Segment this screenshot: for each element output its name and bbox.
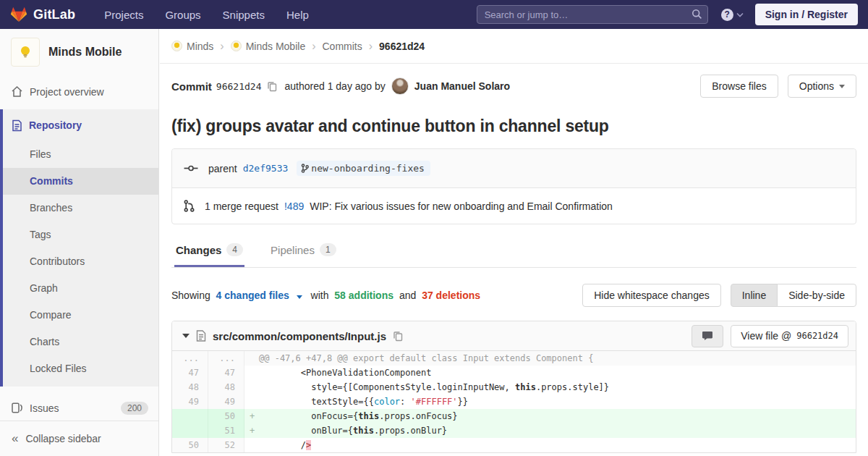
diff-summary-row: Showing 4 changed files with 58 addition… [171,284,856,307]
sign-in-register-button[interactable]: Sign in / Register [755,4,858,25]
code-segment: this [515,382,536,392]
sidebar-item-label: Repository [29,119,82,131]
code-segment: style={[ComponentsStyle.loginInputNew, [259,382,515,392]
diff-old-line-number[interactable]: 48 [172,380,208,394]
code-segment: onBlur={ [259,426,353,436]
sidebar-section-repository: Repository FilesCommitsBranchesTagsContr… [0,109,158,387]
commit-label: Commit [171,80,212,93]
code-segment: this [353,426,374,436]
nav-item-projects[interactable]: Projects [104,9,143,21]
help-menu[interactable]: ? [721,9,744,21]
inline-view-button[interactable]: Inline [731,284,778,307]
copy-file-path-icon[interactable] [393,331,403,342]
browse-files-button[interactable]: Browse files [700,75,778,98]
sidebar-item-files[interactable]: Files [3,141,158,168]
nav-item-help[interactable]: Help [286,9,309,21]
options-label: Options [799,80,834,92]
main-content: Minds›Minds Mobile›Commits›96621d24 Comm… [160,29,868,456]
branch-icon [301,164,309,173]
diff-new-line-number[interactable]: 48 [208,380,244,394]
gitlab-logo[interactable]: GitLab [10,6,75,23]
breadcrumb-item[interactable]: Minds Mobile [231,41,305,52]
repo-subnav: FilesCommitsBranchesTagsContributorsGrap… [3,141,158,382]
sidebar-item-contributors[interactable]: Contributors [3,248,158,275]
collapse-sidebar-label: Collapse sidebar [25,433,101,444]
code-segment: > [306,440,311,450]
collapse-sidebar-button[interactable]: « Collapse sidebar [0,421,158,456]
chevron-down-icon [736,12,744,17]
sidebar-item-graph[interactable]: Graph [3,275,158,302]
diff-row: 4747 <PhoneValidationComponent [172,366,856,380]
diff-new-line-number[interactable]: 50 [208,409,244,423]
mr-title: WIP: Fix various issues for new onboardi… [310,200,613,212]
breadcrumb-item[interactable]: 96621d24 [379,41,425,52]
diff-row: 4949 textStyle={{color: '#FFFFFF'}} [172,394,856,409]
commit-meta-row: Commit 96621d24 authored 1 day ago by Ju… [171,73,856,99]
sidebar-item-compare[interactable]: Compare [3,302,158,329]
diff-old-line-number[interactable]: 50 [172,438,208,452]
diff-code-cell: /> [244,438,856,452]
changed-files-dropdown[interactable]: 4 changed files [216,290,308,301]
code-segment: '#FFFFFF' [411,397,458,407]
issues-icon [11,402,23,414]
diff-row: ......@@ -47,6 +47,8 @@ export default c… [172,351,856,366]
commit-info-box: parent d2ef9533 new-onboarding-fixes 1 m… [171,148,856,224]
diff-old-line-number[interactable]: 47 [172,366,208,380]
project-name: Minds Mobile [48,46,122,59]
showing-text: Showing [171,290,210,301]
repository-icon [12,119,22,132]
diff-new-line-number[interactable]: ... [208,351,244,366]
mr-ref-link[interactable]: !489 [284,200,304,212]
diff-new-line-number[interactable]: 49 [208,394,244,409]
code-segment: .props.onBlur} [374,426,447,436]
tab-changes[interactable]: Changes4 [174,235,244,267]
sidebar-item-branches[interactable]: Branches [3,195,158,221]
copy-sha-icon[interactable] [267,81,277,92]
commit-icon [184,164,198,172]
hide-whitespace-button[interactable]: Hide whitespace changes [582,284,721,307]
sidebar-item-locked-files[interactable]: Locked Files [3,355,158,382]
breadcrumb-item[interactable]: Minds [171,41,213,52]
sidebar-item-charts[interactable]: Charts [3,329,158,355]
diff-new-line-number[interactable]: 47 [208,366,244,380]
sidebar-item-commits[interactable]: Commits [3,168,158,195]
sidebar-item-issues[interactable]: Issues 200 [0,393,158,423]
tab-pipelines[interactable]: Pipelines1 [269,235,338,267]
options-dropdown-button[interactable]: Options [788,75,856,98]
breadcrumb: Minds›Minds Mobile›Commits›96621d24 [160,29,868,64]
diff-old-line-number[interactable]: ... [172,351,208,366]
comment-icon [702,331,713,341]
sidebar-project-link[interactable]: Minds Mobile [0,29,158,77]
diff-code-cell: style={[ComponentsStyle.loginInputNew, t… [244,380,856,394]
gitlab-tanuki-icon [10,6,27,23]
code-segment: @@ -47,6 +47,8 @@ export default class I… [259,353,593,363]
toggle-comments-button[interactable] [692,325,723,347]
diff-old-line-number[interactable] [172,409,208,423]
view-file-button[interactable]: View file @ 96621d24 [731,325,848,347]
diff-new-line-number[interactable]: 51 [208,423,244,438]
sidebar-item-project-overview[interactable]: Project overview [0,77,158,106]
diff-code-cell: @@ -47,6 +47,8 @@ export default class I… [244,351,856,366]
nav-item-groups[interactable]: Groups [165,9,200,21]
sidebar-item-repository[interactable]: Repository [3,109,158,141]
diff-new-line-number[interactable]: 52 [208,438,244,452]
diff-file-path[interactable]: src/common/components/Input.js [213,330,386,342]
sidebar-item-tags[interactable]: Tags [3,221,158,248]
breadcrumb-separator-icon: › [220,40,224,53]
author-avatar[interactable] [391,77,409,95]
author-name[interactable]: Juan Manuel Solaro [414,80,510,92]
mini-avatar-icon [231,41,242,51]
search-icon[interactable] [692,9,702,20]
code-segment: textStyle={{ [259,397,374,407]
breadcrumb-item[interactable]: Commits [323,41,362,52]
branch-label[interactable]: new-onboarding-fixes [297,161,430,176]
collapse-diff-icon[interactable] [182,334,190,338]
nav-item-snippets[interactable]: Snippets [223,9,265,21]
parent-sha-link[interactable]: d2ef9533 [243,163,289,174]
side-by-side-view-button[interactable]: Side-by-side [777,284,856,307]
diff-code-cell: + onBlur={this.props.onBlur} [244,423,856,438]
search-input[interactable] [477,5,708,24]
diff-old-line-number[interactable]: 49 [172,394,208,409]
diff-row: 5052 /> [172,438,856,452]
diff-old-line-number[interactable] [172,423,208,438]
